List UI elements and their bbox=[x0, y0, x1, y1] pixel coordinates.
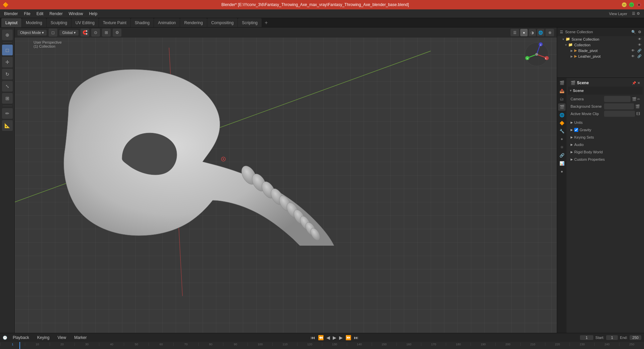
tool-annotate[interactable]: ✏ bbox=[2, 108, 13, 119]
gravity-checkbox[interactable] bbox=[574, 128, 578, 132]
prop-gravity[interactable]: ▶ Gravity bbox=[568, 126, 643, 134]
gizmo-toggle[interactable]: ⊕ bbox=[545, 29, 554, 36]
prop-icon-scene[interactable]: 🎬 bbox=[558, 103, 566, 111]
menu-window[interactable]: Window bbox=[66, 11, 86, 17]
shading-solid-btn[interactable]: ● bbox=[520, 29, 528, 36]
prop-icon-material[interactable]: ● bbox=[558, 168, 566, 175]
minimize-button[interactable]: ─ bbox=[622, 2, 627, 7]
camera-pick-icon[interactable]: 🎬 bbox=[632, 97, 637, 101]
tool-measure[interactable]: 📐 bbox=[2, 120, 13, 131]
movie-clip-icon[interactable]: 🎞 bbox=[636, 112, 640, 116]
timeline-mark-70: 70 bbox=[173, 343, 198, 346]
viewport-overlay-btn[interactable]: ☰ bbox=[511, 29, 519, 36]
tl-next-keyframe[interactable]: ⏩ bbox=[345, 335, 352, 340]
tab-rendering[interactable]: Rendering bbox=[180, 18, 207, 27]
tab-sculpting[interactable]: Sculpting bbox=[47, 18, 71, 27]
workspace-add-tab[interactable]: + bbox=[262, 18, 270, 27]
prop-icon-view-layer[interactable]: 🗂 bbox=[558, 95, 566, 103]
tl-jump-end[interactable]: ⏭ bbox=[353, 335, 359, 340]
prop-rigid-body-world[interactable]: ▶ Rigid Body World bbox=[568, 148, 643, 156]
menu-edit[interactable]: Edit bbox=[34, 11, 46, 17]
menu-help[interactable]: Help bbox=[86, 11, 100, 17]
viewport-3d[interactable]: Object Mode ▾ ◻ Global ▾ 🧲 ⊙ ⊞ ⚙ ☰ ● ◑ 🌐… bbox=[15, 28, 557, 333]
tab-uv-editing[interactable]: UV Editing bbox=[71, 18, 99, 27]
prop-icon-render[interactable]: 🎬 bbox=[558, 79, 566, 87]
prop-keying-sets[interactable]: ▶ Keying Sets bbox=[568, 134, 643, 141]
tab-modeling[interactable]: Modeling bbox=[22, 18, 46, 27]
vis-icon-leather[interactable]: 👁 bbox=[631, 54, 635, 58]
close-button[interactable]: ✕ bbox=[637, 2, 641, 7]
tool-select[interactable]: ◻ bbox=[2, 45, 13, 55]
audio-label: Audio bbox=[574, 143, 584, 147]
vis-icon-blade[interactable]: 👁 bbox=[631, 49, 635, 52]
snap-magnet[interactable]: 🧲 bbox=[80, 29, 89, 37]
prop-icon-constraints[interactable]: 🔗 bbox=[558, 152, 566, 159]
outliner-search[interactable]: 🔍 bbox=[631, 30, 636, 34]
prop-pin-icon[interactable]: 📌 bbox=[632, 81, 636, 85]
prop-icon-world[interactable]: 🌐 bbox=[558, 111, 566, 119]
prop-header-close[interactable]: ✕ bbox=[637, 81, 640, 85]
outliner-blade-pivot[interactable]: ▶ ▶ Blade_pivot 👁 🔗 bbox=[557, 48, 644, 53]
prop-custom-properties[interactable]: ▶ Custom Properties bbox=[568, 156, 643, 163]
prop-icon-modifier[interactable]: 🔧 bbox=[558, 128, 566, 135]
tab-shading[interactable]: Shading bbox=[131, 18, 154, 27]
movie-clip-value[interactable] bbox=[604, 111, 635, 117]
prop-icon-output[interactable]: 📤 bbox=[558, 87, 566, 95]
prop-scene-arrow: ▾ bbox=[570, 89, 572, 92]
outliner-scene-collection[interactable]: ▾ 📁 Scene Collection 👁 bbox=[557, 36, 644, 42]
tl-keying[interactable]: Keying bbox=[35, 335, 52, 341]
bg-scene-icon[interactable]: 🎬 bbox=[635, 104, 640, 109]
menu-render[interactable]: Render bbox=[47, 11, 65, 17]
prop-icon-particles[interactable]: ✦ bbox=[558, 136, 566, 143]
proportional-edit[interactable]: ⊙ bbox=[91, 29, 100, 37]
filter-icon[interactable]: ⚙ bbox=[113, 29, 121, 37]
tl-marker[interactable]: Marker bbox=[71, 335, 89, 341]
menu-blender[interactable]: Blender bbox=[1, 11, 20, 17]
tool-cursor[interactable]: ⊕ bbox=[2, 30, 13, 40]
prop-icon-object[interactable]: 🔶 bbox=[558, 119, 566, 127]
tl-play[interactable]: ▶ bbox=[332, 335, 337, 340]
prop-icon-data[interactable]: 📊 bbox=[558, 160, 566, 167]
shading-material-btn[interactable]: ◑ bbox=[529, 29, 536, 36]
outliner-filter[interactable]: ⚙ bbox=[638, 30, 641, 34]
tl-view[interactable]: View bbox=[55, 335, 69, 341]
prop-scene-section-header[interactable]: ▾ Scene bbox=[568, 87, 643, 95]
tab-scripting[interactable]: Scripting bbox=[238, 18, 262, 27]
tl-playback[interactable]: Playback bbox=[10, 335, 32, 341]
timeline-track[interactable]: 1102030405060708090100110120130140150160… bbox=[0, 342, 644, 349]
tool-scale[interactable]: ⤡ bbox=[2, 81, 13, 92]
menu-file[interactable]: File bbox=[21, 11, 33, 17]
camera-edit-icon[interactable]: ✏ bbox=[637, 97, 640, 101]
tab-animation[interactable]: Animation bbox=[154, 18, 180, 27]
end-frame-val[interactable]: 250 bbox=[630, 335, 641, 340]
prop-audio[interactable]: ▶ Audio bbox=[568, 141, 643, 148]
current-frame-display[interactable]: 1 bbox=[580, 335, 593, 340]
maximize-button[interactable]: □ bbox=[629, 2, 634, 7]
tool-move[interactable]: ✛ bbox=[2, 57, 13, 67]
shading-render-btn[interactable]: 🌐 bbox=[537, 29, 544, 36]
bg-scene-value[interactable] bbox=[604, 103, 634, 109]
tool-transform[interactable]: ⊞ bbox=[2, 93, 13, 104]
vis-icon-scene[interactable]: 👁 bbox=[638, 37, 641, 41]
object-mode-button[interactable]: Object Mode ▾ bbox=[17, 30, 47, 36]
tool-rotate[interactable]: ↻ bbox=[2, 69, 13, 80]
transform-icon[interactable]: ⊞ bbox=[102, 29, 111, 37]
outliner-leather-pivot[interactable]: ▶ ▶ Leather_pivot 👁 🔗 bbox=[557, 53, 644, 59]
audio-arrow: ▶ bbox=[571, 143, 573, 146]
tl-step-fwd[interactable]: ▶ bbox=[338, 335, 343, 340]
collection-label: Collection bbox=[574, 43, 590, 47]
outliner-collection[interactable]: ▾ 📁 Collection 👁 bbox=[557, 42, 644, 48]
tab-layout[interactable]: Layout bbox=[1, 18, 21, 27]
vis-icon-coll[interactable]: 👁 bbox=[638, 43, 641, 47]
tab-texture-paint[interactable]: Texture Paint bbox=[99, 18, 130, 27]
tab-compositing[interactable]: Compositing bbox=[207, 18, 238, 27]
global-pivot-button[interactable]: Global ▾ bbox=[59, 30, 78, 36]
prop-units[interactable]: ▶ Units bbox=[568, 119, 643, 126]
tl-jump-start[interactable]: ⏮ bbox=[310, 335, 316, 340]
tl-prev-keyframe[interactable]: ⏪ bbox=[317, 335, 324, 340]
prop-icon-physics[interactable]: ⚛ bbox=[558, 144, 566, 151]
viewport-icon-1[interactable]: ◻ bbox=[49, 29, 57, 37]
tl-step-back[interactable]: ◀ bbox=[326, 335, 331, 340]
camera-value[interactable] bbox=[604, 96, 631, 102]
start-frame-val[interactable]: 1 bbox=[606, 335, 618, 340]
